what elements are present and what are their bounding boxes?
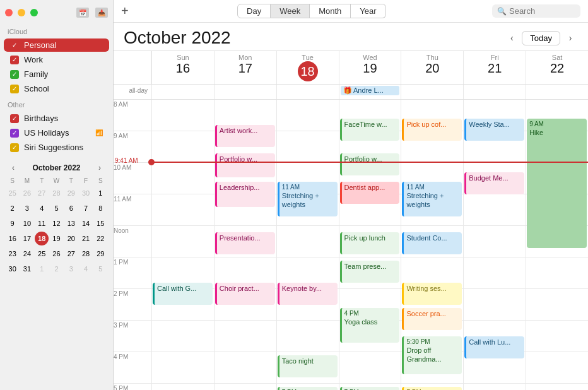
- event-budget-me[interactable]: Budget Me...: [464, 172, 524, 194]
- mini-day-today[interactable]: 18: [35, 232, 49, 245]
- mini-day[interactable]: 6: [64, 201, 78, 215]
- event-portfolio-mon[interactable]: Portfolio w...: [215, 153, 275, 177]
- view-year-button[interactable]: Year: [351, 4, 385, 18]
- mini-day[interactable]: 25: [6, 186, 20, 200]
- day-col-thu[interactable]: Thu 20: [401, 51, 463, 84]
- mini-day[interactable]: 26: [49, 247, 63, 261]
- event-team-prese[interactable]: Team prese...: [340, 261, 400, 283]
- cell-sun-11[interactable]: [151, 194, 214, 226]
- mini-day[interactable]: 1: [35, 262, 49, 276]
- mini-day[interactable]: 31: [20, 262, 34, 276]
- event-pickup-coffee[interactable]: Pick up cof...: [402, 119, 462, 141]
- event-keynote[interactable]: Keynote by...: [278, 283, 338, 305]
- cell-sat-5[interactable]: [526, 384, 588, 390]
- event-writing-ses[interactable]: Writing ses...: [402, 283, 462, 305]
- mini-day[interactable]: 17: [20, 232, 34, 245]
- cell-wed-4[interactable]: [339, 352, 401, 384]
- event-7pm-wed[interactable]: 7 PM ...: [340, 387, 400, 390]
- mini-day[interactable]: 9: [6, 216, 20, 230]
- mini-day[interactable]: 27: [35, 186, 49, 200]
- sidebar-item-family[interactable]: ✓ Family: [4, 68, 109, 81]
- cell-sat-4[interactable]: [526, 352, 588, 384]
- mini-day[interactable]: 11: [35, 216, 49, 230]
- event-soccer-pra[interactable]: Soccer pra...: [402, 308, 462, 330]
- mini-day[interactable]: 30: [6, 262, 20, 276]
- cell-fri-2[interactable]: [463, 289, 526, 321]
- search-input[interactable]: [509, 6, 575, 16]
- allday-thu[interactable]: [401, 85, 463, 99]
- mini-day[interactable]: 7: [79, 201, 93, 215]
- cell-mon-4[interactable]: [214, 352, 276, 384]
- cell-fri-5[interactable]: [463, 384, 526, 390]
- cell-tue-3[interactable]: [276, 321, 339, 352]
- event-leadership[interactable]: Leadership...: [215, 182, 275, 207]
- day-col-wed[interactable]: Wed 19: [339, 51, 401, 84]
- cell-tue-8[interactable]: [276, 100, 339, 131]
- allday-sun[interactable]: [151, 85, 214, 99]
- mini-day[interactable]: 16: [6, 232, 20, 245]
- cell-sat-2[interactable]: [526, 289, 588, 321]
- event-presentatio[interactable]: Presentatio...: [215, 232, 275, 254]
- sidebar-item-us-holidays[interactable]: ✓ US Holidays 📶: [4, 126, 109, 139]
- event-call-with-g[interactable]: Call with G...: [153, 283, 213, 305]
- cell-sun-noon[interactable]: [151, 226, 214, 257]
- event-choir-pract[interactable]: Choir pract...: [215, 283, 275, 305]
- sidebar-item-personal[interactable]: ✓ Personal: [4, 38, 109, 52]
- close-button[interactable]: [5, 9, 13, 16]
- event-drop-off-grandma[interactable]: 5:30 PM Drop off Grandma...: [402, 336, 462, 374]
- mini-day[interactable]: 27: [64, 247, 78, 261]
- add-event-button[interactable]: +: [121, 4, 129, 18]
- event-hike[interactable]: 9 AM Hike: [527, 119, 587, 248]
- cell-fri-11[interactable]: [463, 194, 526, 226]
- allday-fri[interactable]: [463, 85, 526, 99]
- event-student-co[interactable]: Student Co...: [402, 232, 462, 254]
- event-artist-work[interactable]: Artist work...: [215, 125, 275, 147]
- mini-day[interactable]: 3: [20, 201, 34, 215]
- mini-day[interactable]: 15: [93, 216, 107, 230]
- event-pickup-lunch[interactable]: Pick up lunch: [340, 232, 400, 254]
- event-facetime[interactable]: FaceTime w...: [340, 119, 400, 141]
- sidebar-item-school[interactable]: ✓ School: [4, 82, 109, 95]
- cell-sun-4[interactable]: [151, 352, 214, 384]
- sidebar-item-work[interactable]: ✓ Work: [4, 53, 109, 66]
- day-col-fri[interactable]: Fri 21: [463, 51, 526, 84]
- day-col-mon[interactable]: Mon 17: [214, 51, 276, 84]
- cell-sat-3[interactable]: [526, 321, 588, 352]
- mini-day[interactable]: 26: [20, 186, 34, 200]
- day-col-sat[interactable]: Sat 22: [526, 51, 588, 84]
- event-portfolio-wed[interactable]: Portfolio w...: [340, 153, 400, 175]
- mini-day[interactable]: 3: [64, 262, 78, 276]
- mini-day[interactable]: 22: [93, 232, 107, 245]
- mini-day[interactable]: 4: [35, 201, 49, 215]
- mini-day[interactable]: 13: [64, 216, 78, 230]
- cell-fri-1[interactable]: [463, 257, 526, 289]
- event-stretching-tue[interactable]: 11 AM Stretching + weights: [278, 182, 338, 216]
- mini-day[interactable]: 1: [93, 186, 107, 200]
- mini-day[interactable]: 19: [49, 232, 63, 245]
- mini-day[interactable]: 29: [64, 186, 78, 200]
- mini-day[interactable]: 20: [64, 232, 78, 245]
- cell-sun-10[interactable]: [151, 163, 214, 194]
- sidebar-inbox-icon[interactable]: 📥: [95, 8, 108, 18]
- mini-day[interactable]: 2: [49, 262, 63, 276]
- event-dentist[interactable]: Dentist app...: [340, 182, 400, 204]
- cell-tue-9[interactable]: [276, 131, 339, 163]
- cell-sun-8[interactable]: [151, 100, 214, 131]
- view-month-button[interactable]: Month: [310, 4, 351, 18]
- allday-mon[interactable]: [214, 85, 276, 99]
- mini-day[interactable]: 2: [6, 201, 20, 215]
- mini-day[interactable]: 23: [6, 247, 20, 261]
- day-col-tue[interactable]: Tue 18: [276, 51, 339, 84]
- cell-sat-1[interactable]: [526, 257, 588, 289]
- mini-day[interactable]: 21: [79, 232, 93, 245]
- mini-day[interactable]: 5: [93, 262, 107, 276]
- cell-sun-5[interactable]: [151, 384, 214, 390]
- mini-day[interactable]: 8: [93, 201, 107, 215]
- allday-event-andre[interactable]: 🎁 Andre L...: [341, 86, 400, 95]
- allday-sat[interactable]: [526, 85, 588, 99]
- mini-day[interactable]: 25: [35, 247, 49, 261]
- mini-day[interactable]: 5: [49, 201, 63, 215]
- cell-sun-3[interactable]: [151, 321, 214, 352]
- minimize-button[interactable]: [18, 9, 25, 16]
- cell-mon-3[interactable]: [214, 321, 276, 352]
